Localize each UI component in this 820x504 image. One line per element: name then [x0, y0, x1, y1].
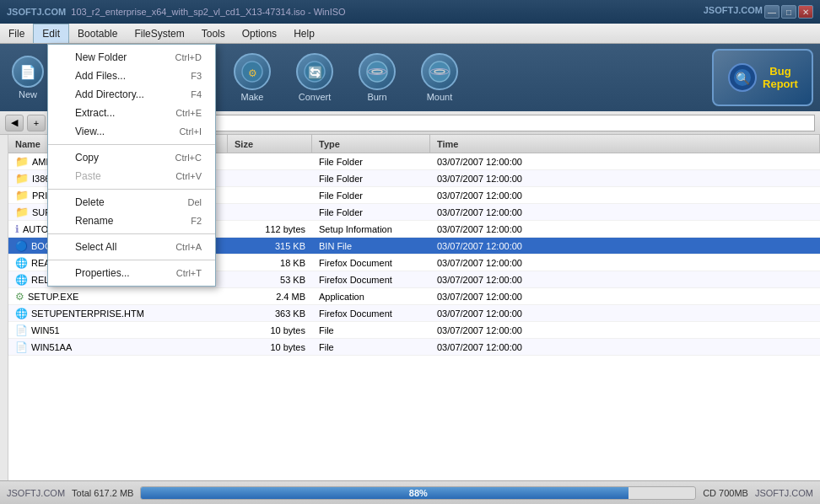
watermark-right: JSOFTJ.COM [704, 5, 763, 19]
status-watermark-right: JSOFTJ.COM [755, 488, 813, 498]
file-time: 03/07/2007 12:00:00 [430, 172, 820, 185]
file-time: 03/07/2007 12:00:00 [430, 307, 820, 320]
menubar: File Edit Bootable FileSystem Tools Opti… [0, 24, 820, 44]
menu-bootable[interactable]: Bootable [69, 24, 126, 43]
table-row[interactable]: 📄WIN51AA 10 bytes File 03/07/2007 12:00:… [8, 339, 820, 356]
make-label: Make [241, 92, 264, 102]
menu-group-2: Copy Ctrl+C Paste Ctrl+V [48, 147, 215, 187]
make-button[interactable]: ⚙ Make [223, 47, 282, 108]
make-icon: ⚙ [234, 53, 271, 90]
menu-rename[interactable]: Rename F2 [48, 212, 215, 230]
svg-point-11 [429, 62, 450, 82]
menu-properties[interactable]: Properties... Ctrl+T [48, 264, 215, 282]
file-name: 📄WIN51 [8, 323, 228, 338]
file-size: 10 bytes [228, 340, 312, 354]
maximize-button[interactable]: □ [781, 5, 796, 19]
separator-4 [48, 260, 215, 260]
file-time: 03/07/2007 12:00:00 [430, 206, 820, 219]
convert-label: Convert [299, 92, 332, 102]
file-type: File Folder [312, 206, 430, 219]
menu-group-1: New Folder Ctrl+D Add Files... F3 Add Di… [48, 46, 215, 142]
file-time: 03/07/2007 12:00:00 [430, 273, 820, 287]
file-size: 363 KB [228, 307, 312, 320]
folder-icon: 📁 [15, 172, 29, 185]
menu-copy[interactable]: Copy Ctrl+C [48, 148, 215, 167]
burn-icon [359, 53, 396, 90]
file-type: File Folder [312, 172, 430, 185]
menu-tools[interactable]: Tools [193, 24, 234, 43]
menu-help[interactable]: Help [285, 24, 323, 43]
minimize-button[interactable]: — [764, 5, 780, 19]
menu-select-all[interactable]: Select All Ctrl+A [48, 238, 215, 256]
svg-text:🔍: 🔍 [736, 72, 751, 86]
file-time: 03/07/2007 12:00:00 [430, 239, 820, 253]
file-icon: 📄 [15, 341, 28, 353]
file-type: Application [312, 290, 430, 303]
menu-group-4: Select All Ctrl+A [48, 236, 215, 258]
svg-text:🔄: 🔄 [308, 66, 323, 80]
status-watermark-left: JSOFTJ.COM [7, 488, 65, 498]
separator-2 [48, 189, 215, 190]
menu-group-3: Delete Del Rename F2 [48, 191, 215, 232]
table-row[interactable]: ⚙SETUP.EXE 2.4 MB Application 03/07/2007… [8, 288, 820, 305]
file-size [228, 194, 312, 197]
left-panel [0, 135, 8, 480]
menu-new-folder[interactable]: New Folder Ctrl+D [48, 48, 215, 67]
bug-report-icon: 🔍 [727, 62, 758, 93]
new-label: New [19, 89, 37, 99]
table-row[interactable]: 🌐SETUPENTERPRISE.HTM 363 KB Firefox Docu… [8, 305, 820, 322]
inf-icon: ℹ [15, 223, 19, 235]
menu-view[interactable]: View... Ctrl+I [48, 122, 215, 141]
file-type: Firefox Document [312, 307, 430, 320]
file-size: 53 KB [228, 273, 312, 287]
html-icon: 🌐 [15, 274, 28, 286]
file-size: 112 bytes [228, 223, 312, 236]
folder-icon: 📁 [15, 155, 29, 168]
bin-icon: 🔵 [15, 240, 28, 252]
file-size [228, 177, 312, 180]
path-add-button[interactable]: + [27, 115, 46, 131]
menu-file[interactable]: File [0, 24, 33, 43]
statusbar: JSOFTJ.COM Total 617.2 MB 88% CD 700MB J… [0, 480, 820, 504]
file-type: File Folder [312, 155, 430, 169]
progress-bar [141, 487, 628, 499]
file-type: Setup Information [312, 223, 430, 236]
menu-edit[interactable]: Edit [33, 24, 69, 43]
path-back-button[interactable]: ◀ [5, 115, 24, 131]
path-input[interactable] [145, 115, 815, 131]
file-size: 2.4 MB [228, 290, 312, 303]
watermark-left: JSOFTJ.COM [7, 7, 66, 17]
col-size-header[interactable]: Size [228, 135, 312, 153]
file-type: File [312, 324, 430, 337]
separator-3 [48, 233, 215, 234]
new-button[interactable]: 📄 New [7, 47, 49, 108]
menu-options[interactable]: Options [234, 24, 285, 43]
progress-bar-container: 88% [140, 486, 696, 500]
menu-paste[interactable]: Paste Ctrl+V [48, 167, 215, 185]
file-type: Firefox Document [312, 256, 430, 270]
file-time: 03/07/2007 12:00:00 [430, 189, 820, 202]
file-type: File [312, 340, 430, 354]
menu-delete[interactable]: Delete Del [48, 193, 215, 212]
menu-extract[interactable]: Extract... Ctrl+E [48, 104, 215, 122]
convert-button[interactable]: 🔄 Convert [285, 47, 344, 108]
titlebar: JSOFTJ.COM 103_r2_enterprise_x64_with_sp… [0, 0, 820, 24]
bug-report-button[interactable]: 🔍 Bug Report [712, 49, 813, 106]
file-time: 03/07/2007 12:00:00 [430, 223, 820, 236]
col-time-header[interactable]: Time [430, 135, 820, 153]
new-icon: 📄 [12, 56, 44, 88]
table-row[interactable]: 📄WIN51 10 bytes File 03/07/2007 12:00:00 [8, 322, 820, 339]
mount-button[interactable]: Mount [410, 47, 469, 108]
close-button[interactable]: ✕ [798, 5, 813, 19]
file-icon: 📄 [15, 324, 28, 336]
exe-icon: ⚙ [15, 291, 24, 303]
separator-1 [48, 144, 215, 145]
capacity-label: CD 700MB [703, 488, 748, 498]
total-size-label: Total 617.2 MB [72, 488, 133, 498]
menu-add-files[interactable]: Add Files... F3 [48, 67, 215, 85]
menu-add-directory[interactable]: Add Directory... F4 [48, 85, 215, 104]
menu-filesystem[interactable]: FileSystem [126, 24, 192, 43]
file-time: 03/07/2007 12:00:00 [430, 340, 820, 354]
col-type-header[interactable]: Type [312, 135, 430, 153]
burn-button[interactable]: Burn [348, 47, 407, 108]
